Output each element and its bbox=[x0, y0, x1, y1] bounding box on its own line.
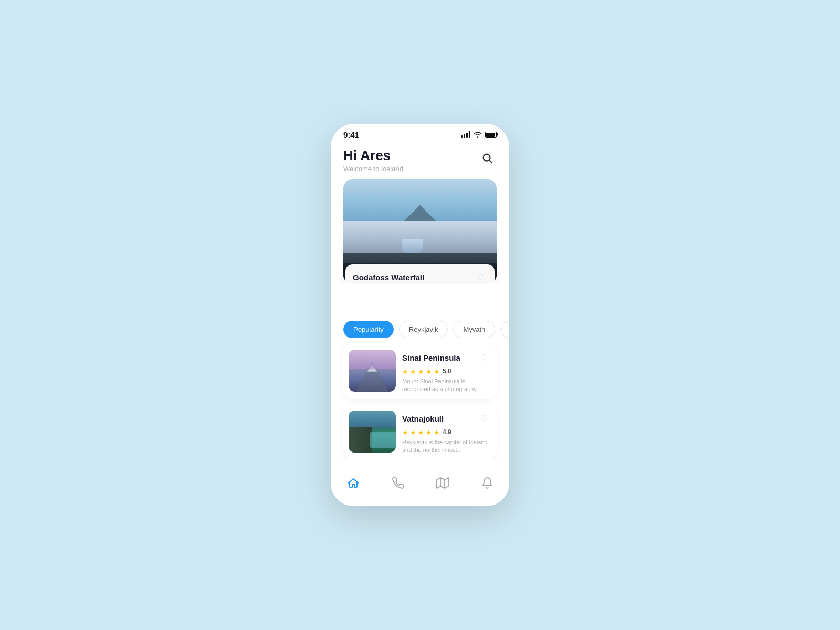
nav-phone[interactable] bbox=[387, 472, 408, 494]
svg-marker-2 bbox=[437, 478, 448, 488]
status-bar: 9:41 bbox=[331, 124, 509, 143]
bell-icon bbox=[481, 477, 494, 489]
status-time: 9:41 bbox=[343, 130, 359, 139]
sinai-stars: ★ ★ ★ ★ ★ 5.0 bbox=[402, 368, 491, 375]
signal-bars-icon bbox=[461, 131, 470, 138]
vatnajokull-description: Reykjavík is the capital of Iceland and … bbox=[402, 438, 491, 455]
featured-favorite-button[interactable]: ♡ bbox=[472, 270, 487, 284]
map-icon bbox=[436, 477, 449, 489]
star-3: ★ bbox=[418, 368, 424, 375]
home-icon bbox=[347, 477, 360, 489]
app-header: Hi Ares Welcome to Iceland bbox=[331, 143, 509, 179]
bottom-navigation bbox=[331, 466, 509, 506]
vatnajokull-info: Vatnajokull ♡ ★ ★ ★ ★ ★ 4.9 Reykjavík is… bbox=[402, 411, 491, 455]
star-4: ★ bbox=[426, 368, 432, 375]
greeting-subtitle: Welcome to Iceland bbox=[343, 165, 403, 173]
place-card-vatnajokull[interactable]: Vatnajokull ♡ ★ ★ ★ ★ ★ 4.9 Reykjavík is… bbox=[343, 405, 497, 460]
vatnajokull-rating: 4.9 bbox=[443, 428, 452, 436]
heart-icon: ♡ bbox=[480, 414, 488, 424]
tab-myvatn[interactable]: Myvatn bbox=[453, 321, 495, 338]
featured-card[interactable]: Godafoss Waterfall ♡ It includes Iceland… bbox=[343, 179, 497, 284]
vatnajokull-name: Vatnajokull bbox=[402, 414, 444, 423]
star-2: ★ bbox=[410, 368, 416, 375]
filter-tabs: Popularity Reykjavik Myvatn Al bbox=[331, 284, 509, 344]
phone-frame: 9:41 Hi Ares Welcome to Iceland bbox=[331, 124, 509, 507]
search-icon bbox=[481, 152, 493, 164]
wifi-icon bbox=[474, 131, 482, 138]
featured-info-card: Godafoss Waterfall ♡ It includes Iceland… bbox=[345, 264, 495, 284]
status-icons bbox=[461, 131, 497, 138]
phone-icon bbox=[392, 477, 404, 489]
nav-map[interactable] bbox=[432, 472, 453, 494]
sinai-rating: 5.0 bbox=[443, 368, 452, 375]
star-1: ★ bbox=[402, 428, 408, 436]
star-3: ★ bbox=[418, 428, 424, 436]
svg-line-1 bbox=[489, 160, 492, 163]
vatnajokull-image bbox=[349, 411, 396, 453]
star-5: ★ bbox=[434, 368, 440, 375]
star-2: ★ bbox=[410, 428, 416, 436]
sinai-favorite-button[interactable]: ♡ bbox=[477, 351, 491, 365]
place-card-sinai[interactable]: Sinai Peninsula ♡ ★ ★ ★ ★ ★ 5.0 Mount Si… bbox=[343, 344, 497, 399]
search-button[interactable] bbox=[478, 149, 497, 167]
featured-section: Godafoss Waterfall ♡ It includes Iceland… bbox=[331, 179, 509, 284]
star-4: ★ bbox=[426, 428, 432, 436]
places-list: Sinai Peninsula ♡ ★ ★ ★ ★ ★ 5.0 Mount Si… bbox=[331, 344, 509, 460]
star-1: ★ bbox=[402, 368, 408, 375]
sinai-image bbox=[349, 350, 396, 392]
battery-icon bbox=[485, 132, 497, 138]
sinai-name: Sinai Peninsula bbox=[402, 353, 460, 362]
tab-reykjavik[interactable]: Reykjavik bbox=[399, 321, 448, 338]
greeting-title: Hi Ares bbox=[343, 148, 403, 164]
vatnajokull-favorite-button[interactable]: ♡ bbox=[477, 412, 491, 426]
sinai-info: Sinai Peninsula ♡ ★ ★ ★ ★ ★ 5.0 Mount Si… bbox=[402, 350, 491, 394]
nav-home[interactable] bbox=[343, 472, 364, 494]
tab-al[interactable]: Al bbox=[500, 321, 509, 338]
heart-icon: ♡ bbox=[476, 272, 484, 282]
vatnajokull-stars: ★ ★ ★ ★ ★ 4.9 bbox=[402, 428, 491, 436]
heart-icon: ♡ bbox=[480, 353, 488, 363]
nav-notifications[interactable] bbox=[477, 472, 498, 494]
star-5-half: ★ bbox=[434, 428, 440, 436]
featured-place-name: Godafoss Waterfall bbox=[353, 273, 424, 282]
header-greeting-section: Hi Ares Welcome to Iceland bbox=[343, 148, 403, 173]
sinai-description: Mount Sinai Peninsula is recognized as a… bbox=[402, 377, 491, 394]
tab-popularity[interactable]: Popularity bbox=[343, 321, 394, 338]
